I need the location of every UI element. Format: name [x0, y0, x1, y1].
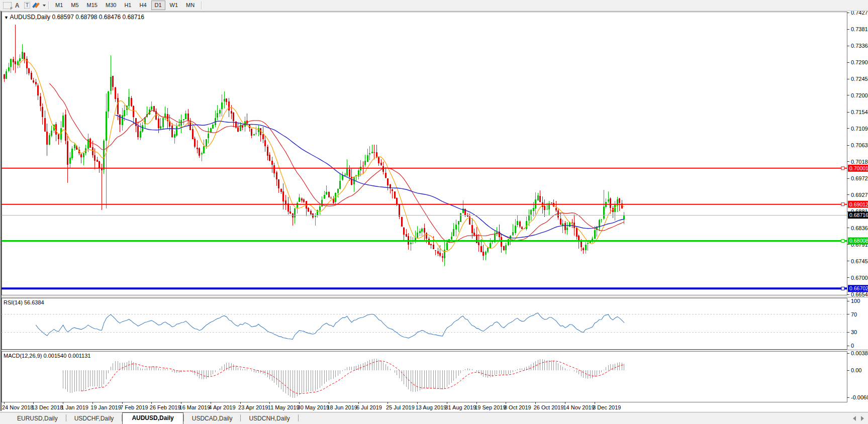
scroll-right-icon[interactable] — [861, 416, 864, 421]
price-tick-label: 0.72450 — [851, 76, 868, 82]
timeframe-button-h4[interactable]: H4 — [136, 1, 150, 10]
candle-body — [428, 239, 430, 245]
candle-body — [199, 148, 200, 155]
date-tick-label: 4 Apr 2019 — [209, 404, 235, 410]
price-tick-label: 0.72000 — [851, 92, 868, 98]
symbol-label[interactable]: ▼ AUDUSD,Daily 0.68597 0.68798 0.68476 0… — [4, 14, 144, 21]
candle-body — [171, 126, 173, 137]
price-tick-label: 0.69270 — [851, 192, 868, 198]
date-tick-label: 25 Jul 2019 — [386, 404, 415, 410]
text-label-tool[interactable]: A — [12, 1, 22, 10]
candle-body — [219, 110, 221, 114]
scroll-left-icon[interactable] — [853, 416, 856, 421]
candle-body — [287, 203, 289, 211]
tab-usdchf[interactable]: USDCHF,Daily — [66, 413, 122, 424]
timeframe-button-d1[interactable]: D1 — [151, 1, 165, 10]
candle-body — [515, 226, 516, 233]
candle-body — [608, 199, 609, 201]
timeframe-button-m30[interactable]: M30 — [102, 1, 120, 10]
price-tick-label: 0.71540 — [851, 109, 868, 115]
price-badge: 0.69012 — [848, 201, 868, 208]
candle-body — [442, 256, 443, 258]
candle-body — [160, 126, 161, 129]
date-tick-label: 19 Sep 2019 — [474, 404, 506, 410]
price-tick-label: 0.70180 — [851, 159, 868, 165]
candle-body — [269, 155, 270, 161]
candle-body — [594, 230, 596, 239]
date-axis[interactable]: 24 Nov 201813 Dec 20181 Jan 201919 Jan 2… — [2, 402, 621, 410]
hline-handle[interactable] — [841, 167, 844, 170]
price-badge: 0.70001 — [848, 165, 868, 172]
tab-usdcad[interactable]: USDCAD,Daily — [184, 413, 241, 424]
candle-body — [142, 125, 143, 132]
candle-body — [505, 245, 507, 250]
price-axis[interactable]: 0.742700.738100.733600.729000.724500.720… — [847, 11, 868, 297]
candle-body — [576, 228, 577, 236]
candle-body — [458, 221, 459, 224]
candle-body — [221, 102, 223, 109]
drawing-colors-tool[interactable] — [32, 1, 46, 10]
hline-handle[interactable] — [841, 239, 844, 242]
candle-body — [106, 112, 107, 141]
timeframe-button-mn[interactable]: MN — [182, 1, 198, 10]
candle-body — [231, 111, 232, 114]
tab-usdcnh[interactable]: USDCNH,Daily — [241, 413, 298, 424]
candle-body — [128, 97, 130, 105]
hline-handle[interactable] — [841, 203, 844, 206]
macd-tick-label: 0.00 — [851, 367, 861, 373]
macd-title: MACD(12,26,9) 0.001540 0.001131 — [4, 353, 90, 359]
candle-body — [6, 71, 7, 79]
chart-svg[interactable]: 0.742700.738100.733600.729000.724500.720… — [0, 11, 868, 412]
candle-body — [297, 203, 298, 207]
svg-text:▼ AUDUSD,Daily 0.68597 0.6879: ▼ AUDUSD,Daily 0.68597 0.68798 0.68476 0… — [4, 14, 144, 21]
candle-body — [262, 134, 264, 140]
candle-body — [49, 135, 50, 145]
price-badge: 0.66702 — [848, 285, 868, 292]
tab-scroll-arrows — [853, 416, 864, 421]
candle-body — [140, 131, 141, 137]
hline-handle[interactable] — [841, 287, 844, 290]
candle-body — [439, 253, 441, 256]
timeframe-button-w1[interactable]: W1 — [166, 1, 182, 10]
macd-axis[interactable]: 0.0038040.00-0.006087 — [847, 350, 868, 400]
candle-body — [253, 134, 255, 136]
candle-body — [476, 235, 477, 243]
candle-body — [97, 160, 98, 161]
fibonacci-grid-icon[interactable]: F — [2, 1, 12, 10]
timeframe-button-h1[interactable]: H1 — [121, 1, 135, 10]
tab-audusd[interactable]: AUDUSD,Daily — [122, 412, 183, 424]
candle-body — [528, 215, 530, 221]
tab-eurusd[interactable]: EURUSD,Daily — [9, 413, 66, 424]
candle-body — [26, 59, 28, 69]
candle-body — [362, 166, 364, 166]
candle-body — [308, 208, 309, 211]
text-box-tool[interactable]: T — [22, 1, 32, 10]
timeframe-button-m5[interactable]: M5 — [67, 1, 82, 10]
candle-body — [251, 129, 252, 135]
candle-body — [530, 210, 532, 215]
candle-body — [103, 141, 105, 170]
candle-body — [581, 242, 582, 248]
candle-body — [92, 147, 93, 155]
candle-body — [99, 161, 100, 168]
date-tick-label: 13 Aug 2019 — [416, 404, 447, 410]
candle-body — [526, 221, 527, 229]
candle-body — [303, 199, 305, 202]
candle-body — [133, 106, 134, 117]
candle-body — [192, 129, 194, 139]
candle-body — [224, 99, 225, 101]
candle-body — [487, 248, 489, 252]
rsi-tick-label: 30 — [851, 329, 857, 335]
candle-body — [619, 198, 620, 203]
price-badge: 0.68008 — [848, 237, 868, 244]
candle-body — [115, 87, 116, 99]
candle-body — [187, 114, 189, 121]
candle-body — [417, 233, 418, 238]
timeframe-button-m15[interactable]: M15 — [83, 1, 101, 10]
candle-body — [264, 140, 266, 146]
price-tick-label: 0.73360 — [851, 43, 868, 49]
candle-body — [394, 191, 396, 198]
timeframe-button-m1[interactable]: M1 — [52, 1, 66, 10]
candle-body — [228, 101, 230, 111]
candle-body — [13, 59, 14, 62]
